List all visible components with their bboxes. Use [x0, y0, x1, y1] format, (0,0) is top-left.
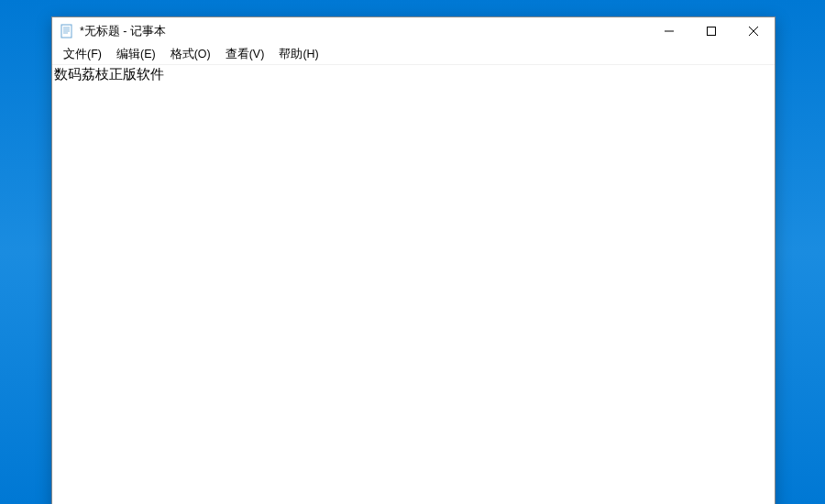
menubar: 文件(F) 编辑(E) 格式(O) 查看(V) 帮助(H): [52, 45, 775, 65]
window-title: *无标题 - 记事本: [80, 24, 648, 39]
close-button[interactable]: [732, 17, 775, 45]
svg-rect-6: [708, 27, 716, 36]
window-controls: [648, 17, 775, 45]
editor-area: [52, 65, 775, 504]
menu-view[interactable]: 查看(V): [218, 45, 272, 64]
notepad-icon: [60, 24, 74, 38]
menu-help[interactable]: 帮助(H): [271, 45, 325, 64]
minimize-button[interactable]: [648, 17, 690, 45]
minimize-icon: [665, 27, 674, 36]
menu-file[interactable]: 文件(F): [56, 45, 109, 64]
maximize-icon: [707, 27, 716, 36]
menu-format[interactable]: 格式(O): [163, 45, 218, 64]
text-editor[interactable]: [52, 65, 775, 504]
notepad-window: *无标题 - 记事本 文件(F) 编辑(E) 格式(O) 查看(V) 帮助(H): [51, 16, 776, 504]
close-icon: [749, 27, 758, 36]
titlebar[interactable]: *无标题 - 记事本: [52, 17, 775, 45]
menu-edit[interactable]: 编辑(E): [109, 45, 163, 64]
maximize-button[interactable]: [690, 17, 732, 45]
